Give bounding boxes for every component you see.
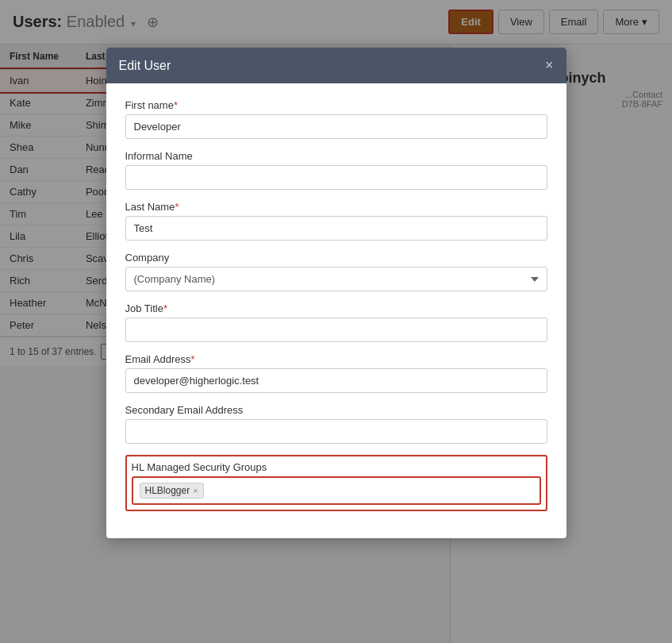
security-groups-box[interactable]: HLBlogger × <box>132 476 541 505</box>
tag-label: HLBlogger <box>145 485 190 496</box>
email-group: Email Address* <box>125 353 547 393</box>
modal-overlay: Edit User × First name* Informal Name La… <box>0 0 672 643</box>
modal-body: First name* Informal Name Last Name* Com… <box>106 83 566 538</box>
modal-close-button[interactable]: × <box>545 57 554 74</box>
informal-name-label: Informal Name <box>125 150 547 162</box>
last-name-label: Last Name* <box>125 201 547 213</box>
first-name-input[interactable] <box>125 114 547 139</box>
email-label: Email Address* <box>125 353 547 365</box>
security-groups-section: HL Managed Security Groups HLBlogger × <box>125 455 547 511</box>
first-name-label: First name* <box>125 99 547 111</box>
modal-header: Edit User × <box>106 48 566 83</box>
company-select[interactable]: (Company Name) <box>125 267 547 291</box>
last-name-input[interactable] <box>125 216 547 241</box>
informal-name-input[interactable] <box>125 165 547 190</box>
edit-user-modal: Edit User × First name* Informal Name La… <box>106 48 566 538</box>
secondary-email-label: Secondary Email Address <box>125 404 547 416</box>
company-group: Company (Company Name) <box>125 252 547 291</box>
security-group-tag-hlblogger: HLBlogger × <box>140 483 204 499</box>
job-title-label: Job Title* <box>125 302 547 314</box>
tag-remove-icon[interactable]: × <box>193 486 198 495</box>
security-groups-group: HL Managed Security Groups HLBlogger × <box>125 455 547 511</box>
secondary-email-input[interactable] <box>125 419 547 444</box>
email-input[interactable] <box>125 368 547 393</box>
secondary-email-group: Secondary Email Address <box>125 404 547 444</box>
job-title-group: Job Title* <box>125 302 547 342</box>
last-name-group: Last Name* <box>125 201 547 241</box>
modal-title: Edit User <box>119 59 171 73</box>
security-groups-label: HL Managed Security Groups <box>132 461 541 473</box>
job-title-input[interactable] <box>125 318 547 342</box>
informal-name-group: Informal Name <box>125 150 547 190</box>
company-label: Company <box>125 252 547 264</box>
first-name-group: First name* <box>125 99 547 139</box>
